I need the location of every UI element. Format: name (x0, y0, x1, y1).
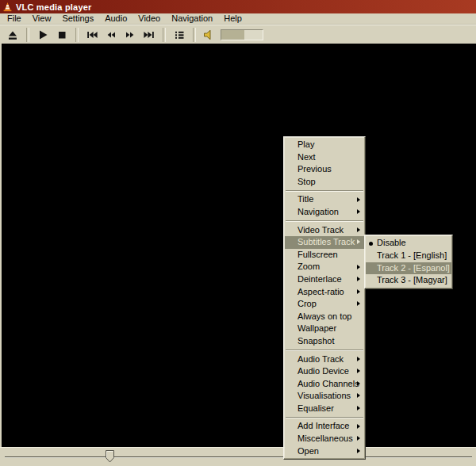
menu-item-fullscreen[interactable]: Fullscreen (285, 249, 364, 262)
submenu-arrow-icon (357, 239, 360, 244)
toolbar-play-button[interactable] (34, 27, 52, 43)
menu-item-always-on-top[interactable]: Always on top (285, 311, 364, 323)
menu-item-label: Zoom (298, 262, 320, 271)
vlc-cone-icon (2, 2, 13, 12)
submenu-item-track-1-english[interactable]: Track 1 - [English] (366, 250, 451, 262)
skip-forward-icon (143, 29, 155, 41)
submenu-arrow-icon (357, 277, 360, 281)
menu-item-label: Track 3 - [Magyar] (377, 275, 447, 285)
submenu-arrow-icon (357, 301, 360, 306)
menu-item-visualisations[interactable]: Visualisations (285, 390, 364, 403)
menu-item-audio-device[interactable]: Audio Device (285, 365, 364, 378)
menubar-item-navigation[interactable]: Navigation (166, 13, 218, 24)
menu-item-label: Deinterlace (298, 274, 342, 284)
title-bar[interactable]: VLC media player (0, 0, 476, 13)
menu-item-open[interactable]: Open (285, 445, 364, 458)
menu-item-deinterlace[interactable]: Deinterlace (285, 273, 364, 286)
menubar-item-view[interactable]: View (27, 13, 57, 24)
menu-item-navigation[interactable]: Navigation (285, 206, 364, 219)
submenu-item-track-3-magyar[interactable]: Track 3 - [Magyar] (366, 274, 451, 287)
menu-item-audio-channels[interactable]: Audio Channels (285, 378, 364, 391)
menu-item-label: Miscellaneous (298, 434, 353, 443)
menu-bar: FileViewSettingsAudioVideoNavigationHelp (0, 13, 476, 25)
toolbar-skip-forward-button[interactable] (140, 27, 158, 43)
menu-item-subtitles-track[interactable]: Subtitles Track (285, 236, 364, 249)
radio-bullet-icon (369, 242, 373, 246)
seek-panel (0, 447, 476, 466)
menu-item-label: Subtitles Track (298, 237, 355, 246)
menu-item-label: Previous (298, 164, 332, 174)
menu-item-label: Stop (298, 177, 316, 186)
submenu-arrow-icon (357, 406, 360, 411)
menu-item-label: Navigation (298, 207, 339, 216)
submenu-arrow-icon (357, 227, 360, 232)
toolbar-rewind-button[interactable] (102, 27, 120, 43)
submenu-arrow-icon (357, 197, 360, 202)
toolbar-separator (193, 28, 196, 42)
menu-item-label: Open (298, 446, 319, 456)
toolbar-separator (26, 28, 29, 42)
menu-item-video-track[interactable]: Video Track (285, 224, 364, 237)
menu-item-label: Play (298, 139, 314, 149)
volume-icon (203, 29, 216, 41)
volume-level-fill (221, 30, 244, 40)
submenu-item-track-2-espanol[interactable]: Track 2 - [Espanol] (366, 262, 451, 275)
menu-item-next[interactable]: Next (285, 151, 364, 164)
vlc-window: VLC media player FileViewSettingsAudioVi… (0, 0, 476, 466)
submenu-arrow-icon (357, 424, 360, 429)
seek-thumb[interactable] (106, 450, 114, 463)
toolbar-playlist-button[interactable] (171, 27, 188, 43)
toolbar-skip-back-button[interactable] (83, 27, 101, 43)
menu-item-label: Audio Channels (298, 379, 359, 388)
menu-item-previous[interactable]: Previous (285, 163, 364, 176)
toolbar (0, 25, 476, 44)
menu-item-zoom[interactable]: Zoom (285, 261, 364, 273)
toolbar-fast-forward-button[interactable] (121, 27, 139, 43)
toolbar-stop-button[interactable] (53, 27, 71, 43)
menu-item-stop[interactable]: Stop (285, 176, 364, 189)
menu-item-label: Title (298, 194, 313, 204)
menu-item-label: Disable (377, 238, 406, 247)
menubar-item-audio[interactable]: Audio (99, 13, 132, 24)
menu-item-crop[interactable]: Crop (285, 298, 364, 311)
menubar-item-settings[interactable]: Settings (56, 13, 99, 24)
menu-item-aspect-ratio[interactable]: Aspect-ratio (285, 286, 364, 299)
menu-item-snapshot[interactable]: Snapshot (285, 335, 364, 348)
menu-item-label: Equaliser (298, 403, 334, 413)
menu-item-audio-track[interactable]: Audio Track (285, 353, 364, 366)
seek-track[interactable] (5, 456, 472, 457)
volume-slider[interactable] (221, 29, 263, 40)
menu-item-add-interface[interactable]: Add Interface (285, 420, 364, 433)
menu-item-label: Visualisations (298, 391, 351, 400)
window-title: VLC media player (16, 2, 92, 12)
menu-separator (286, 417, 363, 418)
menu-item-equaliser[interactable]: Equaliser (285, 403, 364, 415)
menu-item-label: Add Interface (298, 421, 349, 430)
menu-item-play[interactable]: Play (285, 139, 364, 151)
fast-forward-icon (124, 29, 136, 41)
submenu-arrow-icon (357, 369, 360, 373)
menu-item-title[interactable]: Title (285, 193, 364, 206)
submenu-arrow-icon (357, 265, 360, 269)
menu-item-miscellaneous[interactable]: Miscellaneous (285, 433, 364, 445)
rewind-icon (105, 29, 117, 41)
submenu-arrow-icon (357, 393, 360, 398)
submenu-arrow-icon (357, 209, 360, 214)
toolbar-separator (75, 28, 79, 42)
submenu-arrow-icon (357, 436, 360, 441)
menu-item-wallpaper[interactable]: Wallpaper (285, 323, 364, 335)
subtitles-track-submenu: DisableTrack 1 - [English]Track 2 - [Esp… (364, 235, 453, 289)
submenu-arrow-icon (357, 449, 360, 453)
menubar-item-video[interactable]: Video (132, 13, 166, 24)
menu-separator (286, 220, 363, 222)
stop-icon (56, 29, 68, 41)
menu-item-label: Audio Track (298, 354, 344, 364)
menubar-item-help[interactable]: Help (218, 13, 248, 24)
toolbar-eject-button[interactable] (4, 27, 21, 43)
menu-item-label: Fullscreen (298, 250, 338, 259)
submenu-item-disable[interactable]: Disable (366, 237, 451, 250)
toolbar-volume-button[interactable] (201, 27, 218, 43)
menu-item-label: Next (298, 152, 316, 162)
menubar-item-file[interactable]: File (2, 13, 27, 24)
submenu-arrow-icon (357, 289, 360, 294)
